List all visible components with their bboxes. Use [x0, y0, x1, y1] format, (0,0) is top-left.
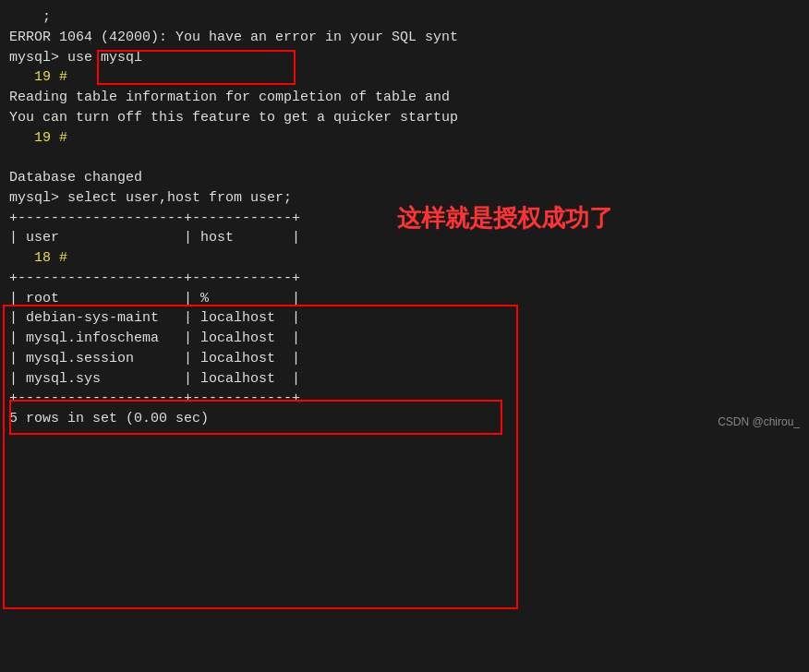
terminal-line-3: mysql> use mysql	[9, 48, 800, 68]
terminal-window: ; ERROR 1064 (42000): You have an error …	[0, 0, 809, 437]
terminal-line-7: 19 #	[9, 128, 800, 149]
terminal-line-13: 18 #	[9, 248, 800, 269]
terminal-line-19: | mysql.sys | localhost |	[9, 369, 800, 390]
terminal-line-1: ;	[9, 7, 800, 28]
watermark: CSDN @chirou_	[718, 414, 800, 430]
chinese-annotation: 这样就是授权成功了	[397, 201, 613, 236]
terminal-line-17: | mysql.infoschema | localhost |	[9, 329, 800, 349]
terminal-line-4: 19 #	[9, 67, 800, 88]
terminal-line-18: | mysql.session | localhost |	[9, 349, 800, 369]
terminal-line-6: You can turn off this feature to get a q…	[9, 108, 800, 128]
terminal-line-2: ERROR 1064 (42000): You have an error in…	[9, 28, 800, 48]
terminal-line-16: | debian-sys-maint | localhost |	[9, 308, 800, 329]
terminal-line-15: | root | % |	[9, 289, 800, 309]
terminal-line-9: Database changed	[9, 168, 800, 188]
terminal-line-5: Reading table information for completion…	[9, 88, 800, 108]
terminal-line-20: +--------------------+------------+	[9, 389, 800, 409]
terminal-line-14: +--------------------+------------+	[9, 269, 800, 289]
terminal-line-8	[9, 148, 800, 168]
terminal-line-21: 5 rows in set (0.00 sec)	[9, 409, 800, 429]
